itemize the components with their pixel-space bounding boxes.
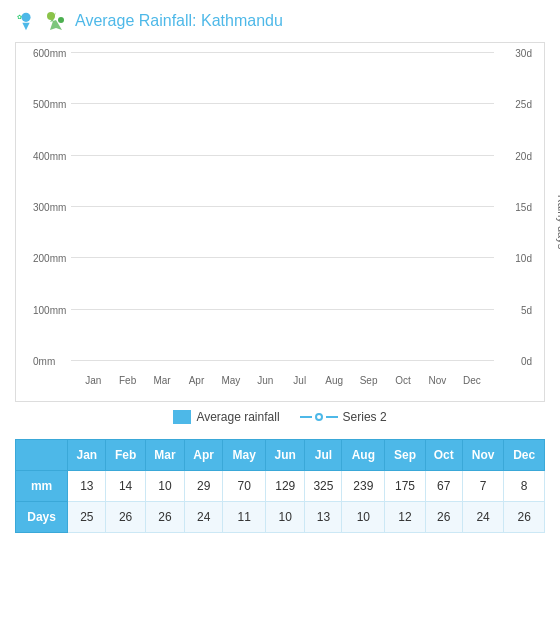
y-tick-right-25: 25d bbox=[515, 99, 532, 110]
y-tick-600: 600mm bbox=[33, 48, 66, 59]
table-header-aug: Aug bbox=[342, 440, 385, 471]
page-header: ✿ Average Rainfall: Kathmandu bbox=[15, 10, 545, 32]
svg-text:✿: ✿ bbox=[17, 14, 22, 20]
table-cell-days-jul: 13 bbox=[305, 502, 342, 533]
row-label-mm: mm bbox=[16, 471, 68, 502]
y-tick-right-10: 10d bbox=[515, 253, 532, 264]
table-cell-days-aug: 10 bbox=[342, 502, 385, 533]
table-header-jan: Jan bbox=[68, 440, 106, 471]
plant-icon bbox=[45, 10, 67, 32]
x-label-may: May bbox=[214, 375, 248, 386]
chart-container: Rainfall Rainy days 0mm0d 100mm5d 200mm1… bbox=[15, 42, 545, 402]
table-header-dec: Dec bbox=[504, 440, 545, 471]
table-cell-days-may: 11 bbox=[223, 502, 266, 533]
y-tick-500: 500mm bbox=[33, 99, 66, 110]
table-cell-days-mar: 26 bbox=[145, 502, 184, 533]
y-axis-right-label: Rainy days bbox=[556, 195, 560, 249]
y-tick-200: 200mm bbox=[33, 253, 66, 264]
row-label-days: Days bbox=[16, 502, 68, 533]
table-header-nov: Nov bbox=[462, 440, 504, 471]
table-header-mar: Mar bbox=[145, 440, 184, 471]
table-header-empty bbox=[16, 440, 68, 471]
table-cell-mm-dec: 8 bbox=[504, 471, 545, 502]
y-tick-100: 100mm bbox=[33, 304, 66, 315]
legend-bar-label: Average rainfall bbox=[196, 410, 279, 424]
x-label-jul: Jul bbox=[283, 375, 317, 386]
table-cell-mm-feb: 14 bbox=[106, 471, 145, 502]
chart-area: 0mm0d 100mm5d 200mm10d 300mm15d 400mm20d… bbox=[71, 53, 494, 361]
x-label-feb: Feb bbox=[110, 375, 144, 386]
table-row-days: Days252626241110131012262426 bbox=[16, 502, 545, 533]
table-cell-mm-sep: 175 bbox=[385, 471, 426, 502]
table-cell-days-nov: 24 bbox=[462, 502, 504, 533]
y-tick-right-15: 15d bbox=[515, 202, 532, 213]
table-cell-mm-oct: 67 bbox=[425, 471, 462, 502]
bars-container bbox=[71, 53, 494, 361]
table-cell-days-jan: 25 bbox=[68, 502, 106, 533]
y-tick-0: 0mm bbox=[33, 356, 55, 367]
legend-line-item: Series 2 bbox=[300, 410, 387, 424]
table-header-may: May bbox=[223, 440, 266, 471]
x-label-nov: Nov bbox=[420, 375, 454, 386]
y-tick-right-5: 5d bbox=[521, 304, 532, 315]
x-label-jun: Jun bbox=[248, 375, 282, 386]
data-table: JanFebMarAprMayJunJulAugSepOctNovDecmm13… bbox=[15, 439, 545, 533]
page-title: Average Rainfall: Kathmandu bbox=[75, 12, 283, 30]
legend-line-dot bbox=[315, 413, 323, 421]
svg-point-4 bbox=[58, 17, 64, 23]
x-label-apr: Apr bbox=[179, 375, 213, 386]
y-tick-right-20: 20d bbox=[515, 150, 532, 161]
svg-point-0 bbox=[21, 13, 30, 22]
x-label-mar: Mar bbox=[145, 375, 179, 386]
y-tick-400: 400mm bbox=[33, 150, 66, 161]
x-label-dec: Dec bbox=[455, 375, 489, 386]
y-tick-right-0: 0d bbox=[521, 356, 532, 367]
x-label-oct: Oct bbox=[386, 375, 420, 386]
y-tick-300: 300mm bbox=[33, 202, 66, 213]
table-cell-mm-mar: 10 bbox=[145, 471, 184, 502]
table-cell-mm-apr: 29 bbox=[185, 471, 223, 502]
svg-point-3 bbox=[47, 12, 55, 20]
legend: Average rainfall Series 2 bbox=[15, 410, 545, 424]
legend-line-label: Series 2 bbox=[343, 410, 387, 424]
table-cell-mm-jan: 13 bbox=[68, 471, 106, 502]
legend-bar-item: Average rainfall bbox=[173, 410, 279, 424]
table-cell-mm-jun: 129 bbox=[266, 471, 305, 502]
table-cell-mm-jul: 325 bbox=[305, 471, 342, 502]
table-header-oct: Oct bbox=[425, 440, 462, 471]
table-cell-days-feb: 26 bbox=[106, 502, 145, 533]
legend-line-seg2 bbox=[326, 416, 338, 418]
x-label-jan: Jan bbox=[76, 375, 110, 386]
table-cell-days-dec: 26 bbox=[504, 502, 545, 533]
table-cell-days-apr: 24 bbox=[185, 502, 223, 533]
legend-bar-swatch bbox=[173, 410, 191, 424]
table-row-mm: mm13141029701293252391756778 bbox=[16, 471, 545, 502]
x-labels: JanFebMarAprMayJunJulAugSepOctNovDec bbox=[71, 375, 494, 386]
x-label-sep: Sep bbox=[351, 375, 385, 386]
rainfall-icon: ✿ bbox=[15, 10, 37, 32]
y-tick-right-30: 30d bbox=[515, 48, 532, 59]
table-cell-days-oct: 26 bbox=[425, 502, 462, 533]
table-cell-mm-aug: 239 bbox=[342, 471, 385, 502]
table-cell-mm-may: 70 bbox=[223, 471, 266, 502]
table-header-feb: Feb bbox=[106, 440, 145, 471]
x-label-aug: Aug bbox=[317, 375, 351, 386]
table-cell-days-jun: 10 bbox=[266, 502, 305, 533]
table-cell-days-sep: 12 bbox=[385, 502, 426, 533]
legend-line-seg1 bbox=[300, 416, 312, 418]
table-header-jul: Jul bbox=[305, 440, 342, 471]
table-cell-mm-nov: 7 bbox=[462, 471, 504, 502]
table-header-sep: Sep bbox=[385, 440, 426, 471]
table-header-apr: Apr bbox=[185, 440, 223, 471]
legend-line-graphic bbox=[300, 413, 338, 421]
table-header-jun: Jun bbox=[266, 440, 305, 471]
